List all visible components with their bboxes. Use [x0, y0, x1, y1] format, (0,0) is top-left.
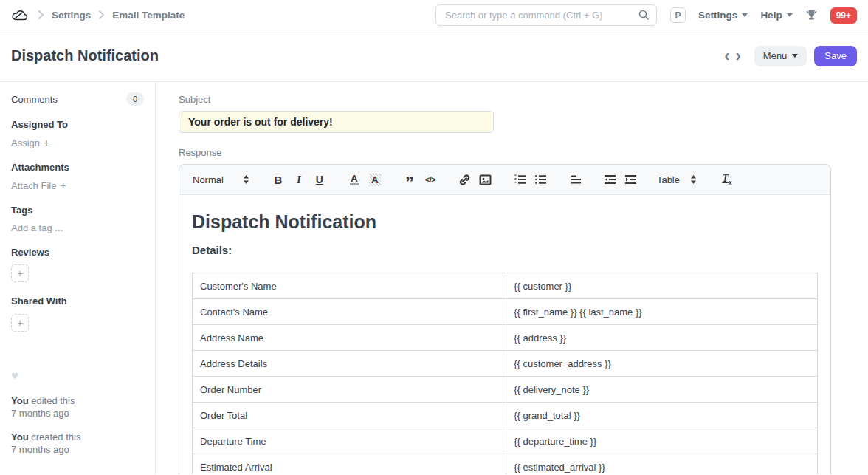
created-meta: You created this 7 months ago [11, 431, 144, 456]
table-cell-value[interactable]: {{ estimated_arrival }} [506, 454, 818, 475]
comments-count-badge: 0 [126, 92, 144, 106]
clear-format-icon: Tx [722, 173, 732, 186]
table-selector[interactable]: Table [657, 174, 697, 185]
indent-button[interactable] [622, 170, 640, 189]
table-cell-label[interactable]: Address Name [193, 325, 506, 351]
email-heading[interactable]: Dispatch Notification [192, 211, 818, 233]
blockquote-icon: ” [405, 172, 414, 187]
table-row: Address Details {{ customer_address }} [193, 351, 818, 377]
link-button[interactable] [456, 170, 474, 189]
table-cell-value[interactable]: {{ departure_time }} [506, 428, 818, 454]
notification-count-badge[interactable]: 99+ [830, 7, 857, 24]
edited-meta: You edited this 7 months ago [11, 394, 144, 420]
bullet-list-button[interactable] [532, 170, 550, 189]
email-subheading[interactable]: Details: [192, 244, 818, 256]
table-cell-value[interactable]: {{ grand_total }} [506, 403, 818, 428]
plus-icon: + [60, 180, 66, 191]
subject-label: Subject [179, 94, 831, 105]
bullet-list-icon [534, 174, 547, 185]
table-cell-value[interactable]: {{ first_name }} {{ last_name }} [506, 299, 818, 325]
like-heart-icon[interactable]: ♥ [11, 369, 144, 383]
ordered-list-button[interactable] [512, 170, 529, 189]
table-cell-value[interactable]: {{ customer_address }} [506, 351, 818, 377]
plus-icon: + [17, 267, 23, 279]
subject-input[interactable] [179, 111, 494, 133]
help-dropdown[interactable]: Help [760, 10, 792, 21]
outdent-icon [604, 174, 616, 185]
align-button[interactable] [567, 170, 585, 189]
table-cell-label[interactable]: Order Total [193, 403, 506, 428]
save-button[interactable]: Save [814, 46, 857, 66]
blockquote-button[interactable]: ” [401, 170, 418, 189]
underline-button[interactable]: U [311, 170, 328, 189]
app-logo-cloud-icon[interactable] [11, 7, 30, 23]
background-color-button[interactable]: A [366, 170, 384, 189]
sidebar-section-tags: Tags Add a tag ... [11, 205, 144, 233]
table-cell-label[interactable]: Customer's Name [193, 273, 506, 299]
code-button[interactable]: </> [421, 170, 439, 189]
bold-button[interactable]: B [269, 170, 287, 189]
table-row: Customer's Name {{ customer }} [193, 273, 818, 299]
editor-content[interactable]: Dispatch Notification Details: Customer'… [179, 195, 830, 474]
bold-icon: B [274, 174, 282, 186]
breadcrumb-email-template[interactable]: Email Template [112, 10, 185, 21]
table-cell-value[interactable]: {{ address }} [506, 325, 818, 351]
share-button[interactable]: + [11, 314, 29, 332]
add-review-button[interactable]: + [11, 264, 29, 282]
sidebar: Comments 0 Assigned To Assign + Attachme… [0, 82, 156, 474]
plus-icon: + [17, 317, 23, 329]
breadcrumb-chevron-icon [38, 10, 44, 19]
navbar: Settings Email Template P Settings Help [0, 0, 868, 30]
clear-format-button[interactable]: Tx [718, 170, 736, 189]
sidebar-comments[interactable]: Comments 0 [11, 92, 144, 106]
table-cell-label[interactable]: Departure Time [193, 428, 506, 454]
search-icon [638, 9, 650, 21]
attach-file-button[interactable]: Attach File + [11, 180, 66, 191]
caret-down-icon [742, 13, 748, 17]
table-cell-label[interactable]: Order Number [193, 377, 506, 403]
settings-dropdown[interactable]: Settings [698, 10, 748, 21]
italic-icon: I [297, 174, 301, 186]
table-row: Order Number {{ delivery_note }} [193, 377, 818, 403]
outdent-button[interactable] [602, 170, 619, 189]
user-avatar[interactable]: P [670, 7, 686, 23]
breadcrumb-settings[interactable]: Settings [52, 10, 91, 21]
italic-button[interactable]: I [290, 170, 308, 189]
text-color-button[interactable]: A [345, 170, 363, 189]
prev-document-chevron-icon[interactable]: ‹ [724, 48, 729, 64]
caret-down-icon [787, 13, 793, 17]
rich-text-editor: Normal B I U A A ” </> [179, 164, 831, 474]
page-head: Dispatch Notification ‹ › Menu Save [0, 30, 868, 82]
breadcrumb-chevron-icon [98, 10, 105, 19]
table-row: Departure Time {{ departure_time }} [193, 428, 818, 454]
add-tag-button[interactable]: Add a tag ... [11, 222, 63, 233]
email-details-table: Customer's Name {{ customer }} Contact's… [192, 273, 818, 474]
table-cell-value[interactable]: {{ customer }} [506, 273, 818, 299]
paragraph-style-selector[interactable]: Normal [193, 174, 249, 185]
caret-down-icon [792, 54, 798, 58]
global-search [435, 4, 657, 26]
table-cell-label[interactable]: Address Details [193, 351, 506, 377]
assign-button[interactable]: Assign + [11, 137, 49, 148]
table-cell-value[interactable]: {{ delivery_note }} [506, 377, 818, 403]
background-color-icon: A [369, 174, 381, 186]
sidebar-section-reviews: Reviews + [11, 247, 144, 282]
table-cell-label[interactable]: Estimated Arrival [193, 454, 506, 475]
form-area: Subject Response Normal B I U A [156, 82, 868, 474]
table-row: Order Total {{ grand_total }} [193, 403, 818, 428]
code-icon: </> [425, 175, 435, 184]
align-icon [570, 174, 582, 185]
indent-icon [624, 174, 637, 185]
image-icon [479, 174, 492, 186]
menu-button[interactable]: Menu [754, 46, 807, 66]
sidebar-section-attachments: Attachments Attach File + [11, 162, 144, 191]
up-down-caret-icon [243, 175, 249, 184]
trophy-icon[interactable] [805, 9, 818, 21]
up-down-caret-icon [690, 175, 697, 184]
search-input[interactable] [435, 4, 657, 26]
next-document-chevron-icon[interactable]: › [736, 48, 741, 64]
underline-icon: U [316, 174, 323, 185]
image-button[interactable] [477, 170, 495, 189]
table-cell-label[interactable]: Contact's Name [193, 299, 506, 325]
table-row: Address Name {{ address }} [193, 325, 818, 351]
